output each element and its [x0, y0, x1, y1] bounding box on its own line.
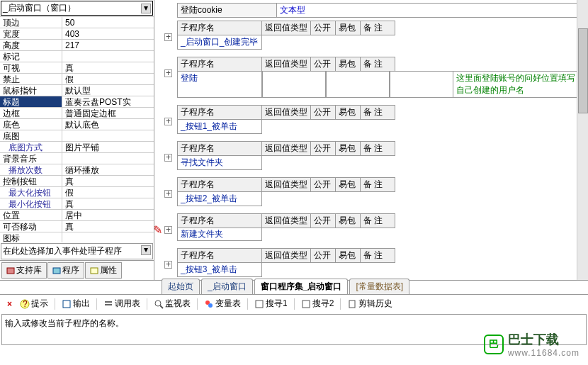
- clip-history-button[interactable]: 剪辑历史: [345, 297, 395, 310]
- expand-icon[interactable]: +: [164, 190, 172, 198]
- property-row[interactable]: 标记: [0, 51, 154, 62]
- property-row[interactable]: 顶边50: [0, 17, 154, 28]
- code-editor[interactable]: 登陆cookie 文本型 +子程序名返回值类型公开易包备 注_启动窗口_创建完毕…: [154, 0, 588, 280]
- search-icon: [301, 299, 311, 309]
- chevron-down-icon[interactable]: ▾: [141, 4, 151, 13]
- column-header: 返回值类型: [261, 177, 311, 192]
- watch-button[interactable]: 监视表: [152, 297, 193, 310]
- tab-start-window[interactable]: _启动窗口: [201, 279, 253, 294]
- search2-button[interactable]: 搜寻2: [299, 297, 337, 310]
- expand-icon[interactable]: +: [164, 69, 172, 77]
- property-value[interactable]: [62, 51, 154, 62]
- sub-name-cell[interactable]: _启动窗口_创建完毕: [177, 35, 262, 50]
- subroutine-block: +子程序名返回值类型公开易包备 注_按钮2_被单击: [177, 177, 582, 206]
- property-value[interactable]: 图片平铺: [62, 142, 154, 152]
- property-row[interactable]: 可否移动真: [0, 221, 154, 232]
- bottom-toolbar: × ? 提示 输出 调用表 监视表 变量表 搜寻1 搜寻2 剪辑历史: [0, 294, 588, 313]
- property-row[interactable]: 播放次数循环播放: [0, 164, 154, 176]
- property-row[interactable]: 禁止假: [0, 74, 154, 85]
- object-selector[interactable]: _启动窗口（窗口） ▾: [1, 1, 153, 16]
- sub-name-cell[interactable]: 登陆: [177, 71, 262, 98]
- property-value[interactable]: 50: [62, 17, 154, 28]
- property-value[interactable]: 真: [62, 176, 154, 186]
- output-button[interactable]: 输出: [60, 297, 92, 310]
- property-value[interactable]: 普通固定边框: [62, 108, 154, 118]
- property-row[interactable]: 背景音乐: [0, 153, 154, 164]
- column-header: 子程序名: [177, 248, 262, 263]
- property-value[interactable]: [62, 232, 154, 242]
- property-row[interactable]: 底图方式图片平铺: [0, 142, 154, 153]
- property-row[interactable]: 高度217: [0, 40, 154, 51]
- property-value[interactable]: 真: [62, 221, 154, 232]
- property-label: 可否移动: [0, 221, 62, 232]
- property-label: 背景音乐: [0, 153, 62, 164]
- sub-name-input[interactable]: [181, 230, 237, 240]
- property-value[interactable]: 循环播放: [62, 164, 154, 175]
- property-value[interactable]: 403: [62, 28, 154, 39]
- debug-button[interactable]: 调用表: [101, 297, 142, 310]
- column-header: 公开: [310, 141, 336, 156]
- tab-support-lib[interactable]: 支持库: [1, 262, 47, 279]
- tab-program[interactable]: 程序: [47, 262, 84, 279]
- sub-name-cell[interactable]: _按钮3_被单击: [177, 262, 262, 277]
- sub-name-cell[interactable]: [177, 228, 262, 241]
- property-value[interactable]: 假: [62, 187, 154, 198]
- property-row[interactable]: 图标: [0, 232, 154, 242]
- sub-name-cell[interactable]: _按钮2_被单击: [177, 191, 262, 206]
- column-header: 返回值类型: [261, 57, 311, 72]
- expand-icon[interactable]: +: [164, 226, 172, 234]
- property-value[interactable]: 居中: [62, 210, 154, 220]
- property-value[interactable]: 真: [62, 62, 154, 73]
- property-value[interactable]: 真: [62, 198, 154, 209]
- property-row[interactable]: 宽度403: [0, 28, 154, 40]
- property-row[interactable]: 最大化按钮假: [0, 187, 154, 198]
- close-icon[interactable]: ×: [4, 299, 15, 309]
- column-header: 公开: [310, 177, 336, 192]
- property-value[interactable]: 217: [62, 40, 154, 50]
- column-header: 备 注: [360, 177, 395, 192]
- expand-icon[interactable]: +: [164, 154, 172, 162]
- property-row[interactable]: 标题蓝奏云盘POST实: [0, 96, 154, 108]
- tab-const-table[interactable]: [常量数据表]: [349, 279, 409, 294]
- property-row[interactable]: 边框普通固定边框: [0, 108, 154, 119]
- property-grid: 顶边50宽度403高度217标记可视真禁止假鼠标指针默认型标题蓝奏云盘POST实…: [0, 16, 154, 242]
- property-value[interactable]: 蓝奏云盘POST实: [62, 96, 154, 107]
- tab-property[interactable]: 属性: [85, 262, 122, 279]
- expand-icon[interactable]: +: [164, 33, 172, 41]
- scroll-thumb[interactable]: [578, 28, 588, 113]
- empty-cell[interactable]: [326, 71, 390, 98]
- sub-name-cell[interactable]: _按钮1_被单击: [177, 119, 262, 134]
- book-icon: [6, 267, 15, 274]
- sub-name-cell[interactable]: 寻找文件夹: [177, 155, 262, 170]
- expand-icon[interactable]: +: [164, 118, 172, 125]
- empty-cell[interactable]: [262, 71, 326, 98]
- chevron-down-icon[interactable]: ▾: [141, 245, 151, 255]
- sub-note[interactable]: 这里面登陆账号的问好位置填写自己创建的用户名: [453, 71, 582, 98]
- property-label: 播放次数: [0, 164, 62, 175]
- var-button[interactable]: 变量表: [202, 297, 243, 310]
- property-row[interactable]: 控制按钮真: [0, 176, 154, 187]
- property-row[interactable]: 位置居中: [0, 210, 154, 221]
- variable-row[interactable]: 登陆cookie 文本型: [177, 3, 582, 18]
- property-row[interactable]: 底色默认底色: [0, 119, 154, 130]
- event-selector[interactable]: 在此处选择加入事件处理子程序 ▾: [1, 243, 153, 259]
- property-value[interactable]: [62, 153, 154, 164]
- property-value[interactable]: [62, 130, 154, 141]
- column-header: 子程序名: [177, 141, 262, 156]
- property-value[interactable]: 假: [62, 74, 154, 84]
- expand-icon[interactable]: +: [164, 261, 172, 269]
- property-value[interactable]: 默认底色: [62, 119, 154, 130]
- property-row[interactable]: 鼠标指针默认型: [0, 85, 154, 96]
- property-row[interactable]: 底图: [0, 130, 154, 142]
- tab-window-procset[interactable]: 窗口程序集_启动窗口: [254, 279, 349, 294]
- question-icon: ?: [20, 299, 30, 309]
- vertical-scrollbar[interactable]: [577, 0, 588, 280]
- property-row[interactable]: 最小化按钮真: [0, 198, 154, 210]
- property-value[interactable]: 默认型: [62, 85, 154, 96]
- property-row[interactable]: 可视真: [0, 62, 154, 74]
- tip-button[interactable]: ? 提示: [18, 297, 50, 310]
- empty-cell[interactable]: [390, 71, 453, 98]
- svg-rect-7: [105, 304, 112, 305]
- tab-start-page[interactable]: 起始页: [162, 279, 200, 294]
- search1-button[interactable]: 搜寻1: [252, 297, 290, 310]
